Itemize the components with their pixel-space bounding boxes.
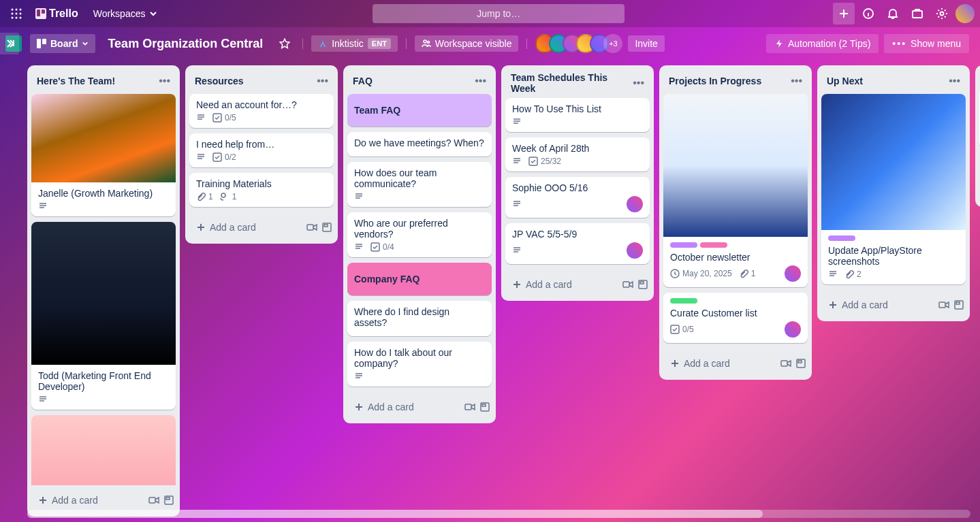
board-title[interactable]: Team Organization Central [101, 34, 270, 54]
label-pink[interactable] [700, 242, 727, 248]
visibility-button[interactable]: Workspace visible [415, 35, 519, 52]
video-icon[interactable] [622, 279, 633, 290]
list-header: Up Next ••• [817, 65, 970, 94]
card-labels [828, 235, 959, 241]
card-member-avatar[interactable] [627, 196, 643, 212]
apps-menu-button[interactable] [5, 3, 27, 25]
card-member-avatar[interactable] [785, 265, 801, 282]
label-purple[interactable] [670, 242, 697, 248]
workspace-pill[interactable]: Inktistic ENT [311, 35, 398, 52]
automation-button[interactable]: Automation (2 Tips) [766, 34, 879, 53]
scrollbar-thumb[interactable] [27, 510, 763, 518]
plus-icon [838, 8, 849, 19]
video-icon[interactable] [938, 299, 949, 310]
list-title[interactable]: Resources [195, 76, 244, 86]
template-icon[interactable] [637, 279, 648, 290]
star-icon [279, 38, 290, 49]
card[interactable]: Training Materials 1 1 [189, 173, 334, 207]
template-icon[interactable] [795, 358, 806, 369]
template-icon[interactable] [163, 495, 174, 506]
atlassian-icon [318, 39, 328, 48]
video-icon[interactable] [148, 495, 159, 506]
more-members-badge[interactable]: +3 [603, 34, 622, 53]
label-purple[interactable] [828, 235, 855, 241]
list-cards: Update App/PlayStore screenshots 2 [817, 94, 970, 290]
card-member-avatar[interactable] [785, 321, 801, 338]
card[interactable]: Update App/PlayStore screenshots 2 [821, 94, 966, 284]
trello-logo[interactable]: Trello [30, 5, 84, 22]
board-canvas[interactable]: Here's The Team! ••• Janelle (Growth Mar… [0, 60, 980, 522]
card-header[interactable]: Company FAQ [347, 263, 492, 295]
card[interactable]: Curate Customer list 0/5 [663, 293, 808, 343]
card-header[interactable]: Team FAQ [347, 94, 492, 127]
card[interactable]: Who are our preferred vendors? 0/4 [347, 212, 492, 257]
user-avatar[interactable] [955, 4, 975, 23]
settings-button[interactable] [931, 3, 953, 25]
list-menu-button[interactable]: ••• [314, 72, 331, 90]
show-menu-button[interactable]: ••• Show menu [884, 34, 969, 53]
plus-icon [512, 280, 522, 289]
list-cards: How To Use This List Week of April 28th … [501, 98, 654, 270]
svg-rect-27 [324, 225, 328, 227]
card-title: Where do I find design assets? [354, 306, 485, 328]
card[interactable]: How do I talk about our company? [347, 342, 492, 387]
list-menu-button[interactable]: ••• [946, 72, 963, 90]
list-menu-button[interactable]: ••• [156, 72, 173, 90]
board-view-switcher[interactable]: Board [30, 34, 95, 53]
star-board-button[interactable] [275, 34, 294, 53]
search-input[interactable] [373, 4, 625, 23]
board-members[interactable]: +3 [535, 34, 622, 53]
card[interactable]: Sophie OOO 5/16 [505, 177, 650, 218]
card[interactable]: How does our team communicate? [347, 162, 492, 207]
list-header: Here's The Team! ••• [27, 65, 180, 94]
add-card-button[interactable]: Add a card [507, 275, 622, 294]
notifications-button[interactable] [882, 3, 904, 25]
list-menu-button[interactable]: ••• [472, 72, 489, 90]
card-title: Do we have meetings? When? [354, 137, 485, 148]
list-menu-button[interactable]: ••• [630, 74, 647, 92]
card[interactable]: Week of April 28th 25/32 [505, 137, 650, 172]
add-card-button[interactable]: Add a card [665, 354, 780, 373]
workspaces-dropdown[interactable]: Workspaces [86, 4, 165, 23]
label-green[interactable] [670, 298, 697, 304]
boards-button[interactable] [906, 3, 928, 25]
board-bar-right: Automation (2 Tips) ••• Show menu [766, 34, 969, 53]
list-title[interactable]: FAQ [353, 76, 373, 86]
video-icon[interactable] [306, 222, 317, 233]
list-menu-button[interactable]: ••• [788, 72, 805, 90]
list-title[interactable]: Projects In Progress [669, 76, 761, 86]
list-footer: Add a card [659, 348, 812, 380]
card[interactable]: I need help from… 0/2 [189, 133, 334, 167]
list-title[interactable]: Up Next [827, 76, 863, 86]
template-icon[interactable] [321, 222, 332, 233]
template-icon[interactable] [953, 299, 964, 310]
video-icon[interactable] [464, 402, 475, 412]
card[interactable]: Todd (Marketing Front End Developer) [31, 222, 176, 410]
svg-point-18 [427, 42, 429, 44]
invite-button[interactable]: Invite [628, 35, 664, 52]
info-button[interactable] [857, 3, 879, 25]
card[interactable]: JP VAC 5/5-5/9 [505, 223, 650, 264]
card[interactable]: October newsletter May 20, 2025 1 [663, 94, 808, 287]
card[interactable]: Janelle (Growth Marketing) [31, 94, 176, 216]
video-icon[interactable] [780, 358, 791, 369]
description-icon [354, 372, 364, 381]
card[interactable]: Do we have meetings? When? [347, 132, 492, 157]
checklist-badge: 1 [220, 192, 237, 201]
list-title[interactable]: Here's The Team! [37, 76, 115, 86]
card-member-avatar[interactable] [627, 242, 643, 259]
list-title[interactable]: Team Schedules This Week [511, 72, 630, 94]
card[interactable]: Need an account for…? 0/5 [189, 94, 334, 128]
card[interactable]: Where do I find design assets? [347, 301, 492, 336]
horizontal-scrollbar[interactable] [27, 510, 970, 518]
create-button[interactable] [833, 3, 855, 25]
add-card-button[interactable]: Add a card [823, 295, 938, 314]
card[interactable] [31, 415, 176, 485]
card[interactable]: How To Use This List [505, 98, 650, 132]
add-card-button[interactable]: Add a card [349, 397, 464, 417]
add-card-button[interactable]: Add a card [33, 491, 148, 510]
template-icon[interactable] [479, 402, 490, 412]
chevron-right-icon [5, 39, 14, 48]
add-card-button[interactable]: Add a card [191, 218, 306, 237]
expand-sidebar-button[interactable] [0, 33, 19, 54]
